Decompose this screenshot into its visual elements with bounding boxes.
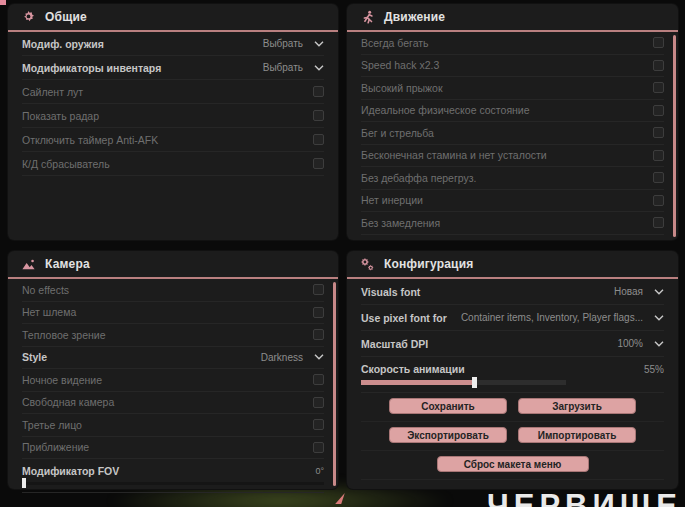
checkbox[interactable] [653, 127, 664, 138]
save-button[interactable]: Сохранить [389, 398, 507, 414]
dropdown-value: Выбрать [263, 62, 303, 73]
toggle-row[interactable]: Бег и стрельба [361, 122, 664, 145]
panel-header[interactable]: Движение [347, 4, 678, 32]
toggle-row[interactable]: Ночное видение [22, 369, 324, 392]
toggle-row[interactable]: Третье лицо [22, 414, 324, 437]
mod-menu-overlay: ЧЕРВИЩЕ Общие Модиф. оружия Выбрать Моди… [0, 0, 685, 507]
slider-label: Скорость анимации [361, 363, 465, 375]
toggle-row[interactable]: Без замедления [361, 212, 664, 235]
weapon-mods-dropdown[interactable]: Выбрать [263, 38, 324, 49]
fov-slider[interactable] [22, 482, 324, 485]
toggle-row[interactable]: Бесконечная стамина и нет усталости [361, 145, 664, 168]
pixel-font-dropdown[interactable]: Container items, Inventory, Player flags… [461, 312, 664, 323]
export-button[interactable]: Экспортировать [389, 427, 507, 443]
dropdown-value: Container items, Inventory, Player flags… [461, 312, 643, 323]
checkbox[interactable] [313, 86, 324, 97]
toggle-label: Нет инерции [361, 194, 423, 206]
toggle-row[interactable]: Без дебаффа перегруз. [361, 167, 664, 190]
chevron-down-icon [314, 354, 324, 360]
option-label: Visuals font [361, 286, 420, 298]
checkbox[interactable] [313, 158, 324, 169]
watermark-text: ЧЕРВИЩЕ [487, 488, 682, 507]
toggle-row[interactable]: No effects [22, 279, 324, 302]
option-label: Use pixel font for [361, 312, 447, 324]
toggle-label: Идеальное физическое состояние [361, 104, 530, 116]
toggle-row[interactable]: Идеальное физическое состояние [361, 100, 664, 123]
fov-slider-row: Модификатор FOV 0° [22, 459, 324, 493]
slider-handle[interactable] [22, 478, 26, 488]
panel-general: Общие Модиф. оружия Выбрать Модификаторы… [8, 4, 338, 240]
import-button[interactable]: Импортировать [518, 427, 636, 443]
toggle-row[interactable]: Высокий прыжок [361, 77, 664, 100]
checkbox[interactable] [313, 307, 324, 318]
chevron-down-icon [654, 315, 664, 321]
panel-title: Конфигурация [384, 257, 473, 271]
toggle-row[interactable]: Нет шлема [22, 302, 324, 325]
toggle-label: No effects [22, 284, 69, 296]
panel-title: Общие [45, 10, 87, 24]
toggle-row[interactable]: Свободная камера [22, 392, 324, 415]
toggle-label: Высокий прыжок [361, 82, 443, 94]
panel-header[interactable]: Камера [8, 251, 338, 279]
checkbox[interactable] [653, 37, 664, 48]
checkbox[interactable] [313, 134, 324, 145]
toggle-label: Всегда бегать [361, 37, 429, 49]
option-row: Style Darkness [22, 347, 324, 370]
checkbox[interactable] [653, 60, 664, 71]
toggle-row[interactable]: Показать радар [22, 104, 324, 128]
animation-speed-row: Скорость анимации 55% [361, 357, 664, 393]
slider-handle[interactable] [472, 377, 477, 388]
style-dropdown[interactable]: Darkness [261, 352, 324, 363]
checkbox[interactable] [313, 374, 324, 385]
panel-movement: Движение Всегда бегать Speed hack x2.3 В… [347, 4, 678, 240]
option-row: Use pixel font for Container items, Inve… [361, 305, 664, 331]
toggle-row[interactable]: К/Д сбрасыватель [22, 152, 324, 176]
button-row: Сохранить Загрузить [361, 393, 664, 422]
toggle-row[interactable]: Отключить таймер Anti-AFK [22, 128, 324, 152]
chevron-down-icon [314, 65, 324, 71]
inventory-mods-dropdown[interactable]: Выбрать [263, 62, 324, 73]
panel-camera: Камера No effects Нет шлема Тепловое зре… [8, 251, 338, 489]
checkbox[interactable] [653, 105, 664, 116]
toggle-row[interactable]: Сайлент лут [22, 80, 324, 104]
toggle-row[interactable]: Нет инерции [361, 190, 664, 213]
option-label: Модиф. оружия [22, 38, 104, 50]
panel-header[interactable]: Общие [8, 4, 338, 32]
dropdown-value: Новая [614, 286, 643, 297]
button-row: Экспортировать Импортировать [361, 422, 664, 451]
checkbox[interactable] [313, 329, 324, 340]
gear-icon [21, 10, 36, 25]
chevron-down-icon [654, 289, 664, 295]
visuals-font-dropdown[interactable]: Новая [614, 286, 664, 297]
gears-icon [360, 257, 375, 272]
checkbox[interactable] [313, 419, 324, 430]
image-icon [21, 257, 36, 272]
option-label: Модификаторы инвентаря [22, 62, 161, 74]
toggle-row[interactable]: Тепловое зрение [22, 324, 324, 347]
scrollbar[interactable] [673, 35, 676, 237]
checkbox[interactable] [313, 284, 324, 295]
load-button[interactable]: Загрузить [518, 398, 636, 414]
toggle-label: Без замедления [361, 217, 440, 229]
dropdown-value: 100% [617, 338, 643, 349]
toggle-label: Нет шлема [22, 306, 76, 318]
checkbox[interactable] [653, 195, 664, 206]
checkbox[interactable] [653, 217, 664, 228]
toggle-row[interactable]: Приближение [22, 437, 324, 460]
checkbox[interactable] [653, 172, 664, 183]
panel-header[interactable]: Конфигурация [347, 251, 678, 279]
checkbox[interactable] [313, 397, 324, 408]
toggle-row[interactable]: Всегда бегать [361, 32, 664, 55]
dropdown-value: Darkness [261, 352, 303, 363]
toggle-label: Бег и стрельба [361, 127, 434, 139]
checkbox[interactable] [313, 110, 324, 121]
toggle-row[interactable]: Speed hack x2.3 [361, 55, 664, 78]
checkbox[interactable] [653, 82, 664, 93]
checkbox[interactable] [653, 150, 664, 161]
toggle-label: Без дебаффа перегруз. [361, 172, 476, 184]
checkbox[interactable] [313, 442, 324, 453]
animation-speed-slider[interactable] [361, 380, 566, 385]
dpi-scale-dropdown[interactable]: 100% [617, 338, 664, 349]
scrollbar[interactable] [333, 282, 336, 486]
reset-layout-button[interactable]: Сброс макета меню [437, 456, 589, 472]
